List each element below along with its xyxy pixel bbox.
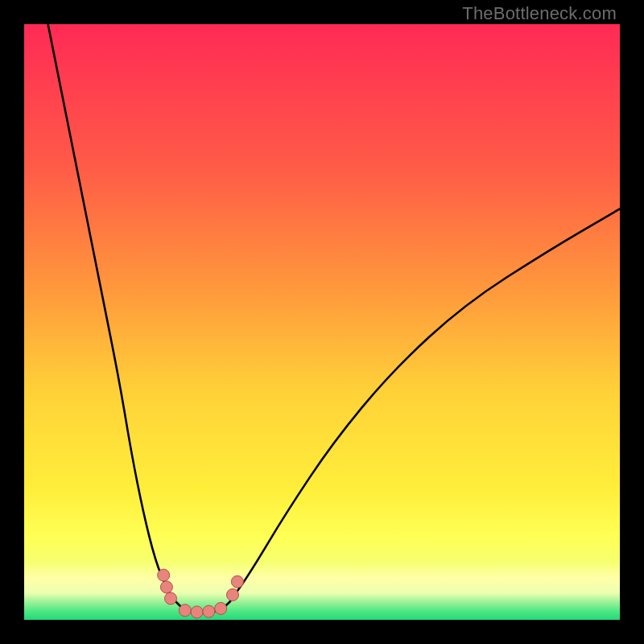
curve-marker — [203, 605, 215, 617]
curve-marker — [191, 606, 203, 618]
curve-path — [48, 24, 620, 613]
curve-marker — [179, 605, 191, 617]
outer-frame: TheBottleneck.com — [0, 0, 644, 644]
plot-area — [24, 24, 620, 620]
curve-marker — [160, 581, 172, 593]
watermark-text: TheBottleneck.com — [462, 3, 617, 24]
bottleneck-curve — [24, 24, 620, 620]
curve-marker — [227, 588, 239, 601]
curve-marker — [158, 569, 170, 581]
curve-marker — [231, 576, 243, 588]
curve-marker — [215, 602, 227, 614]
curve-marker — [165, 592, 177, 605]
